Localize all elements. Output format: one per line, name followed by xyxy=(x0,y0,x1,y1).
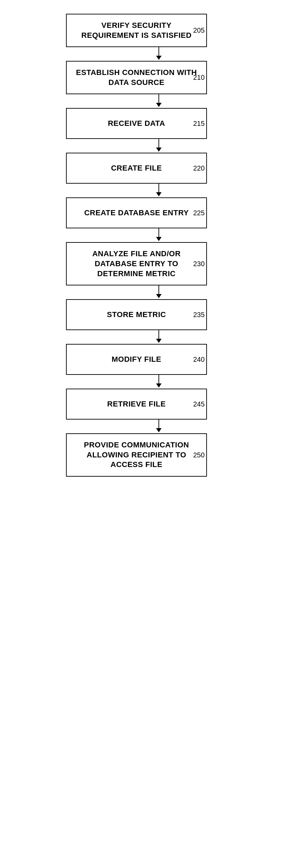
box-210: ESTABLISH CONNECTION WITH DATA SOURCE xyxy=(66,61,207,94)
box-225: CREATE DATABASE ENTRY xyxy=(66,197,207,228)
flow-item-235: STORE METRIC 235 xyxy=(45,299,252,330)
arrow-line xyxy=(158,285,159,295)
arrow-head xyxy=(156,56,162,60)
label-245: 245 xyxy=(193,400,205,408)
flow-item-215: RECEIVE DATA 215 xyxy=(45,108,252,139)
arrow-line xyxy=(158,184,159,193)
arrow-head xyxy=(156,148,162,152)
label-235: 235 xyxy=(193,311,205,319)
arrow-head xyxy=(156,294,162,298)
arrow-head xyxy=(156,192,162,196)
flow-item-245: RETRIEVE FILE 245 xyxy=(45,389,252,420)
label-210: 210 xyxy=(193,74,205,82)
arrow-head xyxy=(156,103,162,107)
label-220: 220 xyxy=(193,164,205,172)
arrow-line xyxy=(158,330,159,340)
arrow-line xyxy=(158,228,159,238)
box-235: STORE METRIC xyxy=(66,299,207,330)
label-225: 225 xyxy=(193,209,205,217)
label-215: 215 xyxy=(193,120,205,128)
arrow-line xyxy=(158,47,159,57)
label-240: 240 xyxy=(193,356,205,364)
arrow-line xyxy=(158,139,159,149)
arrow-head xyxy=(156,237,162,241)
box-250: PROVIDE COMMUNICATION ALLOWING RECIPIENT… xyxy=(66,433,207,477)
box-215: RECEIVE DATA xyxy=(66,108,207,139)
box-230: ANALYZE FILE AND/OR DATABASE ENTRY TO DE… xyxy=(66,242,207,285)
arrow-head xyxy=(156,428,162,432)
flowchart: VERIFY SECURITY REQUIREMENT IS SATISFIED… xyxy=(45,14,252,854)
arrow-line xyxy=(158,375,159,384)
box-205: VERIFY SECURITY REQUIREMENT IS SATISFIED xyxy=(66,14,207,47)
flow-item-220: CREATE FILE 220 xyxy=(45,153,252,184)
arrow-head xyxy=(156,339,162,343)
box-245: RETRIEVE FILE xyxy=(66,389,207,420)
flow-item-240: MODIFY FILE 240 xyxy=(45,344,252,375)
label-230: 230 xyxy=(193,260,205,268)
arrow-line xyxy=(158,94,159,104)
arrow-line xyxy=(158,420,159,429)
flow-item-205: VERIFY SECURITY REQUIREMENT IS SATISFIED… xyxy=(45,14,252,47)
label-205: 205 xyxy=(193,26,205,34)
box-220: CREATE FILE xyxy=(66,153,207,184)
flow-item-250: PROVIDE COMMUNICATION ALLOWING RECIPIENT… xyxy=(45,433,252,477)
flow-item-225: CREATE DATABASE ENTRY 225 xyxy=(45,197,252,228)
flow-item-210: ESTABLISH CONNECTION WITH DATA SOURCE 21… xyxy=(45,61,252,94)
arrow-head xyxy=(156,383,162,388)
label-250: 250 xyxy=(193,451,205,459)
flow-item-230: ANALYZE FILE AND/OR DATABASE ENTRY TO DE… xyxy=(45,242,252,285)
box-240: MODIFY FILE xyxy=(66,344,207,375)
